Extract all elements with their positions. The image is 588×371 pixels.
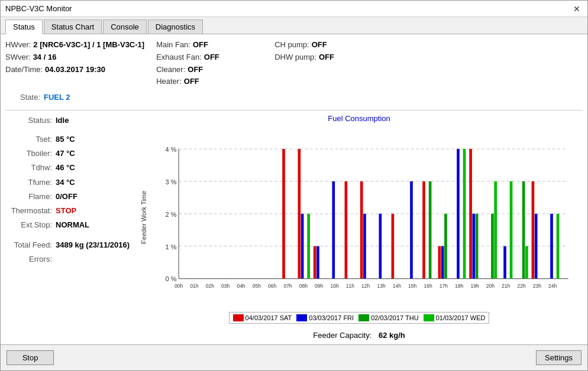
svg-text:21h: 21h	[502, 284, 510, 289]
feeder-label: Feeder Capacity:	[313, 331, 371, 340]
chart-title: Fuel Consumption	[328, 114, 390, 123]
tab-status-chart[interactable]: Status Chart	[44, 19, 102, 34]
divider	[5, 110, 583, 110]
svg-rect-53	[438, 246, 441, 279]
svg-rect-50	[410, 181, 413, 279]
legend-label-sat: 04/03/2017 SAT	[245, 314, 292, 321]
hwver-label: HWver:	[5, 39, 31, 51]
svg-rect-39	[298, 149, 301, 278]
svg-rect-68	[535, 214, 538, 279]
svg-rect-61	[491, 214, 494, 279]
tfume-value: 34 °C	[56, 176, 75, 189]
svg-rect-55	[444, 214, 447, 279]
svg-text:4 %: 4 %	[166, 146, 177, 153]
legend-color-wed	[424, 314, 434, 321]
svg-text:17h: 17h	[440, 284, 448, 289]
legend-color-sat	[233, 314, 244, 321]
svg-text:14h: 14h	[393, 284, 401, 289]
svg-text:22h: 22h	[517, 284, 525, 289]
svg-text:24h: 24h	[548, 284, 557, 289]
svg-rect-49	[392, 214, 395, 279]
close-button[interactable]: ✕	[571, 4, 583, 14]
chart-legend: 04/03/2017 SAT 03/03/2017 FRI 02/03/2017…	[229, 312, 490, 324]
svg-text:09h: 09h	[315, 284, 323, 289]
tboiler-label: Tboiler:	[5, 147, 56, 160]
tdhw-label: Tdhw:	[5, 161, 56, 174]
thermostat-label: Thermostat:	[5, 204, 56, 217]
svg-text:16h: 16h	[424, 284, 432, 289]
cleaner-value: OFF	[188, 64, 203, 76]
exhaust-fan-label: Exhaust Fan:	[156, 51, 202, 64]
svg-text:10h: 10h	[330, 284, 338, 289]
main-window: NPBC-V3C Monitor ✕ Status Status Chart C…	[0, 0, 588, 371]
window-title: NPBC-V3C Monitor	[5, 4, 72, 13]
cleaner-label: Cleaner:	[156, 64, 185, 76]
svg-rect-59	[473, 214, 476, 279]
svg-text:06h: 06h	[268, 284, 276, 289]
settings-button[interactable]: Settings	[536, 350, 581, 365]
svg-text:23h: 23h	[533, 284, 541, 289]
svg-text:20h: 20h	[486, 284, 495, 289]
main-fan-label: Main Fan:	[156, 39, 190, 51]
svg-text:05h: 05h	[253, 284, 261, 289]
status-label: Status:	[5, 114, 56, 127]
chart-area: Fuel Consumption 4 % 3 % 2	[135, 114, 583, 340]
svg-text:04h: 04h	[237, 284, 245, 289]
exhaust-fan-value: OFF	[204, 51, 219, 64]
legend-item-sat: 04/03/2017 SAT	[233, 314, 292, 321]
flame-label: Flame:	[5, 190, 56, 203]
svg-rect-62	[494, 181, 497, 279]
svg-rect-69	[550, 214, 553, 279]
tab-status[interactable]: Status	[5, 19, 43, 34]
datetime-label: Date/Time:	[5, 64, 43, 76]
totalfeed-label: Total Feed:	[5, 239, 56, 252]
dhw-pump-label: DHW pump:	[274, 51, 316, 64]
tfume-label: Tfume:	[5, 176, 56, 189]
legend-item-wed: 01/03/2017 WED	[424, 314, 486, 321]
svg-rect-43	[316, 246, 319, 279]
legend-item-thu: 02/03/2017 THU	[358, 314, 419, 321]
heater-label: Heater:	[156, 76, 182, 88]
status-panel: Status: Idle Tset: 85 °C Tboiler: 47 °C …	[5, 114, 130, 340]
ch-pump-value: OFF	[312, 39, 327, 51]
tdhw-value: 46 °C	[56, 161, 75, 174]
legend-label-fri: 03/03/2017 FRI	[309, 314, 354, 321]
state-row: State: FUEL 2	[5, 93, 583, 102]
hw-info: HWver: 2 [NRC6-V3C-1] / 1 [MB-V3C-1] SWv…	[5, 39, 144, 88]
svg-rect-51	[422, 181, 425, 279]
errors-label: Errors:	[5, 253, 56, 266]
tab-console[interactable]: Console	[103, 19, 147, 34]
svg-rect-48	[379, 214, 382, 279]
bottom-bar: Stop Settings	[1, 344, 587, 370]
svg-rect-66	[525, 246, 528, 279]
tset-label: Tset:	[5, 133, 56, 146]
svg-rect-45	[345, 181, 348, 279]
svg-text:08h: 08h	[299, 284, 308, 289]
svg-rect-58	[469, 149, 472, 278]
svg-text:0 %: 0 %	[166, 276, 177, 283]
svg-text:02h: 02h	[206, 284, 214, 289]
swver-value: 34 / 16	[33, 51, 57, 64]
svg-text:03h: 03h	[221, 284, 230, 289]
svg-text:13h: 13h	[377, 284, 385, 289]
dhw-pump-value: OFF	[319, 51, 334, 64]
stop-button[interactable]: Stop	[7, 350, 54, 365]
fuel-chart: 4 % 3 % 2 % 1 % 0 % Feeder Work Time 00h…	[135, 125, 583, 310]
svg-text:19h: 19h	[470, 284, 479, 289]
hwver-value: 2 [NRC6-V3C-1] / 1 [MB-V3C-1]	[33, 39, 144, 51]
svg-text:07h: 07h	[283, 284, 292, 289]
tab-bar: Status Status Chart Console Diagnostics	[1, 17, 587, 34]
svg-text:1 %: 1 %	[166, 243, 177, 250]
tboiler-value: 47 °C	[56, 147, 75, 160]
extstop-label: Ext.Stop:	[5, 219, 56, 232]
svg-rect-38	[282, 149, 285, 278]
pump-info: CH pump: OFF DHW pump: OFF	[274, 39, 369, 88]
legend-color-thu	[358, 314, 369, 321]
svg-rect-46	[360, 181, 363, 279]
title-bar: NPBC-V3C Monitor ✕	[1, 1, 587, 17]
tset-value: 85 °C	[56, 133, 75, 146]
main-area: Status: Idle Tset: 85 °C Tboiler: 47 °C …	[5, 114, 583, 340]
tab-diagnostics[interactable]: Diagnostics	[148, 19, 203, 34]
svg-text:11h: 11h	[346, 284, 354, 289]
totalfeed-value: 3489 kg (23/11/2016)	[56, 239, 130, 252]
